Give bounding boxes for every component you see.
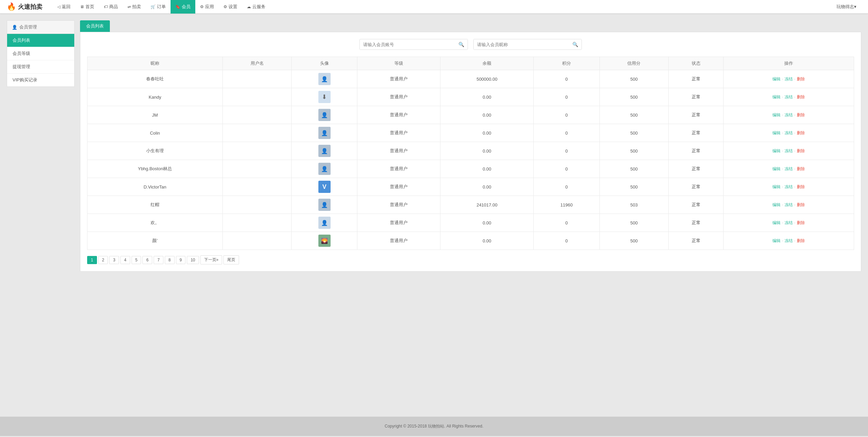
page-button-10[interactable]: 10 [187,256,199,264]
cell-status: 正常 [669,124,724,142]
nav-members[interactable]: 🔖会员 [171,0,195,14]
action-edit[interactable]: 编辑 [772,94,781,100]
page-button-1[interactable]: 1 [87,256,97,264]
page-button-4[interactable]: 4 [120,256,130,264]
action-freeze[interactable]: 冻结 [785,76,793,82]
cell-credit: 503 [599,196,669,214]
action-delete[interactable]: 删除 [797,238,805,244]
nav-home[interactable]: 🖥首页 [75,0,99,14]
action-delete[interactable]: 删除 [797,112,805,118]
sidebar-item-withdrawal[interactable]: 提现管理 [7,60,74,74]
action-freeze[interactable]: 冻结 [785,130,793,136]
cell-level: 普通用户 [357,178,440,196]
action-freeze[interactable]: 冻结 [785,94,793,100]
search-member-name-button[interactable]: 🔍 [569,39,581,49]
cell-points: 0 [534,232,599,250]
cell-avatar: ⬇ [292,88,357,106]
nav-items: ◁返回 🖥首页 🏷商品 ⇌拍卖 🛒订单 🔖会员 ⚙应用 ⚙设置 ☁云服务 [53,0,832,14]
nav-store[interactable]: 玩物得志▾ [832,0,861,14]
page-button-8[interactable]: 8 [165,256,175,264]
cell-level: 普通用户 [357,160,440,178]
nav-products[interactable]: 🏷商品 [99,0,123,14]
page-button-5[interactable]: 5 [132,256,141,264]
cell-actions: 编辑 - 冻结 - 删除 [724,70,854,88]
action-sep2: - [794,131,795,135]
action-freeze[interactable]: 冻结 [785,220,793,226]
action-delete[interactable]: 删除 [797,76,805,82]
logo-icon: 🔥 [7,2,16,11]
action-freeze[interactable]: 冻结 [785,184,793,190]
cell-status: 正常 [669,160,724,178]
cell-nickname: 春春吐吐 [87,70,223,88]
action-delete[interactable]: 删除 [797,184,805,190]
action-freeze[interactable]: 冻结 [785,166,793,172]
cell-points: 0 [534,142,599,160]
action-edit[interactable]: 编辑 [772,220,781,226]
cell-avatar: 👤 [292,196,357,214]
sidebar-item-member-list[interactable]: 会员列表 [7,34,74,47]
table-row: 欢。 👤 普通用户 0.00 0 500 正常 编辑 - 冻结 - 删除 [87,214,854,232]
nav-cloud[interactable]: ☁云服务 [242,0,270,14]
cell-nickname: JM [87,106,223,124]
table-row: 小生有理 👤 普通用户 0.00 0 500 正常 编辑 - 冻结 - 删除 [87,142,854,160]
page-button-2[interactable]: 2 [98,256,108,264]
cell-points: 11960 [534,196,599,214]
search-member-name-input[interactable] [474,40,569,49]
cell-balance: 0.00 [440,178,534,196]
cell-status: 正常 [669,214,724,232]
nav-orders[interactable]: 🛒订单 [146,0,171,14]
nav-settings[interactable]: ⚙设置 [219,0,242,14]
action-edit[interactable]: 编辑 [772,238,781,244]
search-member-id-button[interactable]: 🔍 [455,39,468,49]
page-button-6[interactable]: 6 [142,256,152,264]
action-delete[interactable]: 删除 [797,220,805,226]
action-edit[interactable]: 编辑 [772,112,781,118]
sidebar-item-member-level[interactable]: 会员等级 [7,47,74,60]
action-freeze[interactable]: 冻结 [785,202,793,208]
action-edit[interactable]: 编辑 [772,76,781,82]
action-edit[interactable]: 编辑 [772,166,781,172]
action-edit[interactable]: 编辑 [772,148,781,154]
nav-apps[interactable]: ⚙应用 [195,0,219,14]
action-delete[interactable]: 删除 [797,148,805,154]
cell-credit: 500 [599,160,669,178]
sidebar-item-vip-records[interactable]: VIP购买记录 [7,74,74,86]
action-freeze[interactable]: 冻结 [785,112,793,118]
cell-nickname: D.VictorTan [87,178,223,196]
cell-credit: 500 [599,124,669,142]
page-button-9[interactable]: 9 [176,256,186,264]
action-sep2: - [794,184,795,189]
nav-auction[interactable]: ⇌拍卖 [123,0,146,14]
sidebar: 👤 会员管理 会员列表 会员等级 提现管理 VIP购买记录 [7,20,75,410]
page-button-7[interactable]: 7 [154,256,163,264]
search-member-id-input[interactable] [360,40,455,49]
action-delete[interactable]: 删除 [797,94,805,100]
action-delete[interactable]: 删除 [797,202,805,208]
nav-back[interactable]: ◁返回 [53,0,75,14]
col-actions: 操作 [724,57,854,70]
action-freeze[interactable]: 冻结 [785,148,793,154]
cell-username [222,124,292,142]
action-edit[interactable]: 编辑 [772,130,781,136]
action-freeze[interactable]: 冻结 [785,238,793,244]
cell-level: 普通用户 [357,124,440,142]
cell-avatar: 🌄 [292,232,357,250]
cell-nickname: 欢。 [87,214,223,232]
cell-username [222,88,292,106]
action-sep1: - [782,77,783,81]
cell-avatar: 👤 [292,124,357,142]
cell-level: 普通用户 [357,196,440,214]
footer: Copyright © 2015-2018 玩物拍站. All Rights R… [0,417,868,436]
page-button-3[interactable]: 3 [109,256,119,264]
col-status: 状态 [669,57,724,70]
action-edit[interactable]: 编辑 [772,184,781,190]
action-delete[interactable]: 删除 [797,166,805,172]
cell-status: 正常 [669,70,724,88]
action-delete[interactable]: 删除 [797,130,805,136]
action-edit[interactable]: 编辑 [772,202,781,208]
cell-balance: 0.00 [440,214,534,232]
page-button-下一页»[interactable]: 下一页» [200,255,222,264]
cell-username [222,70,292,88]
page-button-尾页[interactable]: 尾页 [223,255,239,264]
tab-member-list[interactable]: 会员列表 [80,20,110,32]
